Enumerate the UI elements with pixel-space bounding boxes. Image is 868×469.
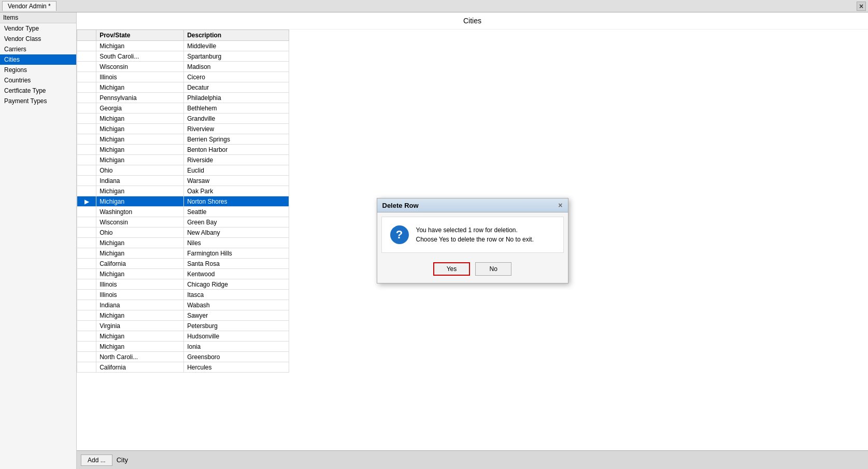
content-area: Cities Prov/State Description MichiganMi…: [77, 12, 868, 469]
sidebar-item-vendor-type[interactable]: Vendor Type: [0, 23, 76, 34]
sidebar-item-regions[interactable]: Regions: [0, 65, 76, 75]
sidebar-item-vendor-class[interactable]: Vendor Class: [0, 34, 76, 44]
title-bar: Vendor Admin * ×: [0, 0, 868, 12]
sidebar-item-certificate-type[interactable]: Certficate Type: [0, 86, 76, 96]
dialog-title-label: Delete Row: [382, 202, 419, 209]
dialog-buttons: Yes No: [377, 257, 568, 283]
sidebar-header: Items: [0, 12, 76, 23]
delete-row-dialog: Delete Row × ? You have selected 1 row f…: [377, 198, 568, 283]
dialog-message: You have selected 1 row for deletion. Ch…: [416, 225, 534, 244]
sidebar-item-cities[interactable]: Cities: [0, 54, 76, 65]
dialog-title-bar: Delete Row ×: [377, 198, 568, 212]
dialog-close-button[interactable]: ×: [558, 201, 562, 209]
sidebar-item-payment-types[interactable]: Payment Types: [0, 96, 76, 106]
dialog-yes-button[interactable]: Yes: [433, 262, 471, 276]
window-close-button[interactable]: ×: [857, 2, 866, 11]
dialog-message-line2: Choose Yes to delete the row or No to ex…: [416, 235, 534, 244]
main-layout: Items Vendor TypeVendor ClassCarriersCit…: [0, 12, 868, 469]
sidebar: Items Vendor TypeVendor ClassCarriersCit…: [0, 12, 77, 469]
dialog-overlay: Delete Row × ? You have selected 1 row f…: [77, 12, 868, 469]
vendor-admin-tab[interactable]: Vendor Admin *: [2, 1, 56, 11]
sidebar-item-carriers[interactable]: Carriers: [0, 44, 76, 54]
sidebar-item-countries[interactable]: Countries: [0, 75, 76, 86]
dialog-question-icon: ?: [390, 225, 409, 244]
dialog-body: ? You have selected 1 row for deletion. …: [381, 217, 564, 253]
dialog-no-button[interactable]: No: [475, 262, 511, 276]
dialog-message-line1: You have selected 1 row for deletion.: [416, 225, 534, 235]
